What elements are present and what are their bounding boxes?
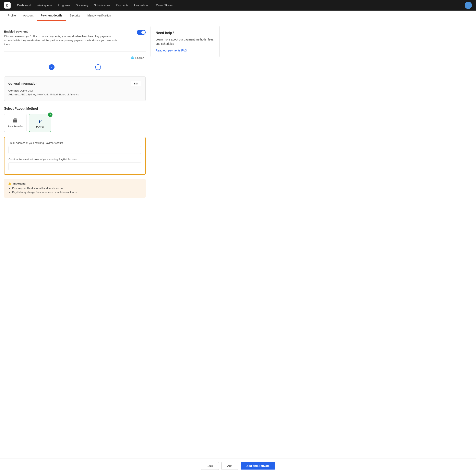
toggle-track <box>137 30 146 35</box>
help-title: Need help? <box>156 31 215 35</box>
left-column: Enabled payment If for some reason you'd… <box>4 26 146 219</box>
important-title-text: Important: <box>13 182 26 185</box>
info-card-header: General Information Edit <box>8 81 141 86</box>
enabled-payment-description: If for some reason you'd like to pause p… <box>4 34 118 46</box>
language-selector[interactable]: 🌐 English <box>129 55 146 60</box>
enabled-payment-title: Enabled payment <box>4 30 118 33</box>
address-field: Address: ABC, Sydney, New York, United S… <box>8 93 141 96</box>
help-panel: Need help? Learn more about our payment … <box>151 26 220 57</box>
language-icon: 🌐 <box>131 56 134 59</box>
important-item-1: PayPal may charge fees to receive or wit… <box>12 191 142 194</box>
payout-bank-transfer[interactable]: 🏛 Bank Transfer <box>4 114 26 132</box>
contact-label: Contact: <box>8 89 19 92</box>
payment-toggle[interactable] <box>137 30 146 35</box>
nav-link-discovery[interactable]: Discovery <box>73 2 90 9</box>
payout-method-section: Select Payout Method 🏛 Bank Transfer ✓ P… <box>4 107 146 132</box>
address-label: Address: <box>8 93 20 96</box>
tab-profile[interactable]: Profile <box>4 11 19 21</box>
warning-icon: ⚠️ <box>8 182 11 185</box>
main-content: Enabled payment If for some reason you'd… <box>0 21 224 224</box>
enabled-payment-section: Enabled payment If for some reason you'd… <box>4 26 146 51</box>
address-value-text: ABC, Sydney, New York, United States of … <box>20 93 79 96</box>
tab-account[interactable]: Account <box>19 11 37 21</box>
paypal-confirm-email-input[interactable] <box>9 163 141 170</box>
toggle-thumb <box>141 31 145 34</box>
language-label: English <box>135 56 144 59</box>
info-card-title: General Information <box>8 82 37 85</box>
nav-link-programs[interactable]: Programs <box>55 2 73 9</box>
nav-link-leaderboard[interactable]: Leaderboard <box>132 2 153 9</box>
top-navigation: b Dashboard Work queue Programs Discover… <box>0 0 476 11</box>
paypal-icon: P <box>39 118 41 124</box>
confirm-email-field-label: Confirm the email address of your existi… <box>9 158 141 161</box>
step-2-circle <box>95 64 101 70</box>
page-tabs: Profile Account Payment details Security… <box>0 11 476 21</box>
contact-field: Contact: Demo User <box>8 89 141 92</box>
important-list: Ensure your PayPal email address is corr… <box>8 187 142 194</box>
paypal-label: PayPal <box>36 125 44 128</box>
progress-steps: ✓ <box>4 63 146 72</box>
logo[interactable]: b <box>4 2 11 9</box>
language-row: 🌐 English <box>4 55 146 60</box>
nav-link-payments[interactable]: Payments <box>113 2 131 9</box>
step-1-circle: ✓ <box>49 64 54 70</box>
edit-button[interactable]: Edit <box>131 81 141 86</box>
contact-value-text: Demo User <box>20 89 33 92</box>
tab-payment-details[interactable]: Payment details <box>37 11 66 21</box>
paypal-email-input[interactable] <box>9 146 141 154</box>
right-column: Need help? Learn more about our payment … <box>151 26 220 219</box>
important-notice: ⚠️ Important: Ensure your PayPal email a… <box>4 179 146 198</box>
email-field-label: Email address of your existing PayPal Ac… <box>9 141 141 144</box>
general-info-card: General Information Edit Contact: Demo U… <box>4 77 146 101</box>
tab-security[interactable]: Security <box>66 11 84 21</box>
help-description: Learn more about our payment methods, fe… <box>156 37 215 46</box>
user-avatar[interactable] <box>465 2 472 9</box>
tab-identity-verification[interactable]: Identity verification <box>84 11 115 21</box>
help-link[interactable]: Read our payments FAQ <box>156 49 187 52</box>
selected-badge: ✓ <box>48 113 52 117</box>
important-title: ⚠️ Important: <box>8 182 142 185</box>
payout-methods: 🏛 Bank Transfer ✓ P PayPal <box>4 114 146 132</box>
step-line <box>54 67 95 67</box>
important-item-0: Ensure your PayPal email address is corr… <box>12 187 142 190</box>
nav-links: Dashboard Work queue Programs Discovery … <box>15 2 465 9</box>
enabled-payment-text: Enabled payment If for some reason you'd… <box>4 30 118 46</box>
nav-link-submissions[interactable]: Submissions <box>92 2 113 9</box>
nav-link-crowdstream[interactable]: CrowdStream <box>153 2 176 9</box>
bank-icon: 🏛 <box>13 118 18 124</box>
paypal-form: Email address of your existing PayPal Ac… <box>4 137 146 175</box>
nav-link-workqueue[interactable]: Work queue <box>34 2 54 9</box>
nav-link-dashboard[interactable]: Dashboard <box>15 2 34 9</box>
payout-paypal[interactable]: ✓ P PayPal <box>29 114 51 132</box>
bank-transfer-label: Bank Transfer <box>8 125 23 128</box>
payout-section-title: Select Payout Method <box>4 107 146 110</box>
